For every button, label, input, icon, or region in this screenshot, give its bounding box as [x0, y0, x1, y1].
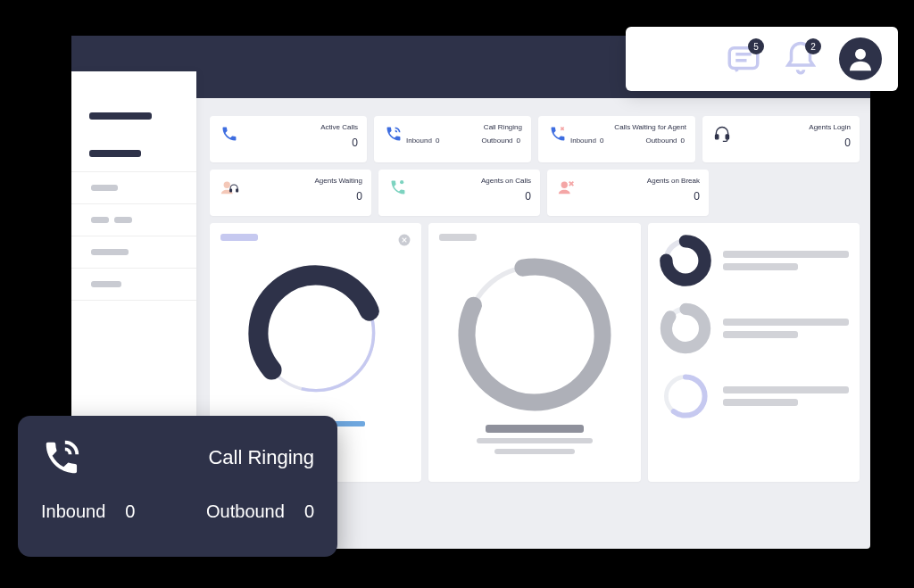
- panel-text-3: [494, 449, 575, 454]
- svg-point-6: [561, 182, 568, 188]
- metric-title: Calls Waiting for Agent: [569, 123, 686, 131]
- inbound-value: 0: [125, 501, 135, 522]
- phone-active-icon: [387, 177, 409, 198]
- close-icon[interactable]: [398, 234, 411, 246]
- panel-title-placeholder: [220, 234, 258, 241]
- stat-row-2: [659, 302, 849, 355]
- donut-chart-1: [240, 257, 392, 409]
- notifications-button[interactable]: 2: [782, 40, 819, 78]
- donut-chart-2: [450, 250, 619, 419]
- sidebar-subitem-2a[interactable]: [91, 217, 109, 223]
- metric-title: Agents on Calls: [481, 177, 531, 185]
- metric-call-ringing[interactable]: Call Ringing Inbound0 Outbound0: [374, 116, 531, 162]
- stat-text: [723, 319, 849, 326]
- notifications-badge: 2: [805, 38, 821, 54]
- panel-title-placeholder: [439, 234, 477, 241]
- outbound-value: 0: [304, 501, 314, 522]
- headset-icon: [711, 123, 733, 145]
- sidebar-subitem-1[interactable]: [91, 185, 118, 191]
- svg-point-12: [456, 256, 613, 413]
- metric-title: Active Calls: [320, 123, 358, 131]
- inbound-value: 0: [600, 137, 603, 145]
- metric-agents-waiting[interactable]: Agents Waiting 0: [210, 170, 371, 216]
- metric-title: Agents on Break: [647, 177, 700, 185]
- svg-point-10: [240, 257, 392, 409]
- metric-value: 0: [694, 190, 700, 203]
- mini-donut-3: [659, 369, 712, 423]
- sidebar-item-2[interactable]: [89, 150, 141, 157]
- metric-title: Agents Login: [809, 123, 851, 131]
- stat-row-1: [659, 234, 849, 287]
- inbound-value: 0: [436, 137, 439, 145]
- inbound-label: Inbound: [41, 501, 105, 522]
- stat-text: [723, 263, 799, 270]
- svg-rect-3: [230, 189, 232, 192]
- stat-text: [723, 251, 849, 258]
- mini-donut-1: [659, 234, 712, 287]
- inbound-label: Inbound: [570, 137, 596, 145]
- sidebar-subitem-2b[interactable]: [114, 217, 132, 223]
- stat-text: [723, 386, 849, 393]
- metric-calls-waiting[interactable]: Calls Waiting for Agent Inbound0 Outboun…: [538, 116, 695, 162]
- messages-button[interactable]: 5: [725, 40, 762, 78]
- metric-active-calls[interactable]: Active Calls 0: [210, 116, 367, 162]
- chart-panel-2[interactable]: [428, 223, 640, 482]
- user-break-icon: [556, 177, 577, 198]
- avatar-button[interactable]: [839, 37, 882, 80]
- metric-value: 0: [844, 137, 851, 149]
- svg-point-5: [400, 180, 403, 184]
- metric-value: 0: [352, 137, 358, 149]
- messages-badge: 5: [748, 38, 764, 54]
- metric-value: 0: [356, 190, 362, 203]
- inbound-label: Inbound: [406, 137, 432, 145]
- outbound-label: Outbound: [645, 137, 677, 145]
- svg-rect-1: [726, 135, 728, 139]
- metric-title: Call Ringing: [404, 123, 522, 131]
- sidebar-item-1[interactable]: [89, 112, 152, 120]
- svg-rect-0: [716, 135, 719, 139]
- phone-icon: [219, 123, 240, 145]
- stat-text: [723, 399, 799, 406]
- stat-text: [723, 331, 799, 338]
- outbound-value: 0: [517, 137, 520, 145]
- phone-ringing-icon: [383, 123, 404, 145]
- stat-row-3: [659, 369, 849, 423]
- user-headset-icon: [219, 177, 240, 198]
- overlay-call-ringing-card[interactable]: Call Ringing Inbound 0 Outbound 0: [18, 416, 337, 557]
- phone-ringing-icon: [41, 437, 82, 478]
- svg-point-2: [224, 182, 230, 188]
- metric-agents-login[interactable]: Agents Login 0: [702, 116, 860, 162]
- metric-agents-on-calls[interactable]: Agents on Calls 0: [378, 170, 540, 216]
- sidebar-subitem-4[interactable]: [91, 281, 121, 287]
- metric-agents-on-break[interactable]: Agents on Break 0: [547, 170, 709, 216]
- metric-value: 0: [525, 190, 531, 203]
- mini-donut-2: [659, 302, 712, 355]
- panel-text-1: [486, 425, 584, 433]
- svg-point-16: [666, 309, 704, 347]
- sidebar-subitem-3[interactable]: [91, 249, 129, 255]
- outbound-label: Outbound: [206, 501, 285, 522]
- svg-rect-4: [237, 189, 238, 192]
- outbound-label: Outbound: [481, 137, 512, 145]
- chart-panel-3[interactable]: [648, 223, 860, 482]
- phone-waiting-icon: [547, 123, 569, 145]
- outbound-value: 0: [681, 137, 685, 145]
- overlay-title: Call Ringing: [208, 446, 314, 469]
- metric-title: Agents Waiting: [314, 177, 362, 185]
- panel-text-2: [477, 438, 593, 443]
- svg-point-22: [855, 49, 866, 60]
- header-actions: 5 2: [626, 27, 898, 91]
